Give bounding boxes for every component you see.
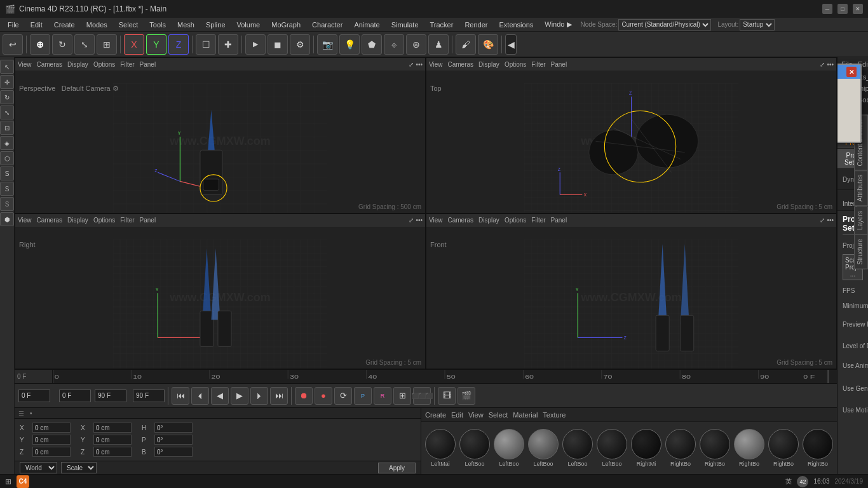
vp3-options[interactable]: Options xyxy=(93,217,115,224)
nodespace-select[interactable]: Current (Standard/Physical) xyxy=(618,19,711,30)
vp1-options[interactable]: Options xyxy=(93,61,115,68)
menu-file[interactable]: File xyxy=(3,20,24,30)
menu-tracker[interactable]: Tracker xyxy=(425,20,459,30)
vp1-dots[interactable]: ••• xyxy=(416,61,423,68)
vp2-display[interactable]: Display xyxy=(478,61,499,68)
vp4-display[interactable]: Display xyxy=(478,217,499,224)
scale-button[interactable]: ⤡ xyxy=(74,34,95,55)
render-viewport-button[interactable]: ▶ xyxy=(245,34,266,55)
mat-create[interactable]: Create xyxy=(425,411,446,419)
pos-y-input[interactable] xyxy=(32,435,71,445)
extra-btn[interactable]: ◀ xyxy=(505,34,517,55)
vp3-view[interactable]: View xyxy=(18,217,32,224)
transform-button[interactable]: ⊞ xyxy=(97,34,117,55)
camera-button[interactable]: 📷 xyxy=(317,34,337,55)
render-button[interactable]: ◼ xyxy=(268,34,288,55)
menu-simulate[interactable]: Simulate xyxy=(386,20,424,30)
material-item-0[interactable]: LeftMai xyxy=(425,429,456,467)
auto-key-button[interactable]: ⟳ xyxy=(334,387,352,405)
play-button[interactable]: ▶ xyxy=(231,387,248,405)
snap-button[interactable]: ✚ xyxy=(218,34,238,55)
size-y-input[interactable] xyxy=(93,435,132,445)
play-back-button[interactable]: ◀ xyxy=(211,387,229,405)
menu-modes[interactable]: Modes xyxy=(81,20,112,30)
menu-mesh[interactable]: Mesh xyxy=(172,20,200,30)
viewport-perspective[interactable]: View Cameras Display Options Filter Pane… xyxy=(15,57,426,214)
menu-edit[interactable]: Edit xyxy=(25,20,48,30)
material-item-1[interactable]: LeftBoo xyxy=(459,429,490,467)
vp2-options[interactable]: Options xyxy=(505,61,526,68)
character-button[interactable]: ♟ xyxy=(428,34,449,55)
coord-world-select[interactable]: World Object xyxy=(20,462,57,473)
keys-btn[interactable]: ⬛⬛⬛ xyxy=(413,387,431,405)
vp3-cameras[interactable]: Cameras xyxy=(37,217,63,224)
render-settings-button[interactable]: ⚙ xyxy=(290,34,310,55)
coord-menu-btn[interactable]: ☰ xyxy=(18,410,24,417)
menu-animate[interactable]: Animate xyxy=(349,20,384,30)
pos-z-input[interactable] xyxy=(32,447,71,457)
vp4-cameras[interactable]: Cameras xyxy=(448,217,474,224)
rot-h-input[interactable] xyxy=(154,423,193,433)
material-item-3[interactable]: LeftBoo xyxy=(528,429,559,467)
menu-window[interactable]: Windo ▶ xyxy=(539,19,576,30)
lt-tool8[interactable]: S xyxy=(0,166,14,180)
vp4-panel[interactable]: Panel xyxy=(551,217,567,224)
timeline-btn[interactable]: ⊞ xyxy=(393,387,411,405)
size-x-input[interactable] xyxy=(93,423,132,433)
material-item-9[interactable]: RightBo xyxy=(734,429,764,467)
vp2-dots[interactable]: ••• xyxy=(827,61,834,68)
light-button[interactable]: 💡 xyxy=(339,34,360,55)
taskbar-start[interactable]: ⊞ xyxy=(5,477,11,486)
apply-button[interactable]: Apply xyxy=(378,463,416,473)
vp1-filter[interactable]: Filter xyxy=(120,61,134,68)
next-frame-button[interactable]: ⏵ xyxy=(250,387,268,405)
material-item-8[interactable]: RightBo xyxy=(700,429,730,467)
undo-button[interactable]: ↩ xyxy=(3,34,23,55)
menu-select[interactable]: Select xyxy=(114,20,144,30)
lt-tool7[interactable]: ⬡ xyxy=(0,151,14,165)
y-axis-button[interactable]: Y xyxy=(146,34,166,55)
structure-tab[interactable]: Structure xyxy=(854,234,868,269)
lt-tool10[interactable]: S xyxy=(0,197,14,211)
mat-material[interactable]: Material xyxy=(513,411,538,419)
vp1-expand[interactable]: ⤢ xyxy=(409,61,414,68)
vp1-display[interactable]: Display xyxy=(67,61,88,68)
vp2-filter[interactable]: Filter xyxy=(531,61,545,68)
material-item-7[interactable]: RightBo xyxy=(665,429,696,467)
vp2-view[interactable]: View xyxy=(429,61,443,68)
vp4-view[interactable]: View xyxy=(429,217,443,224)
lt-tool6[interactable]: ◈ xyxy=(0,136,14,150)
menu-tools[interactable]: Tools xyxy=(144,20,171,30)
vp1-panel[interactable]: Panel xyxy=(140,61,156,68)
info-close-button[interactable]: ✕ xyxy=(846,67,857,77)
menu-volume[interactable]: Volume xyxy=(232,20,266,30)
deformer-button[interactable]: ⟐ xyxy=(384,34,404,55)
size-z-input[interactable] xyxy=(93,447,132,457)
vp3-dots[interactable]: ••• xyxy=(416,217,423,224)
fps-input[interactable] xyxy=(133,390,165,402)
mat-select[interactable]: Select xyxy=(489,411,508,419)
lt-tool5[interactable]: ⊡ xyxy=(0,121,14,135)
vp2-expand[interactable]: ⤢ xyxy=(820,61,825,68)
motion-clip-btn[interactable]: 🎞 xyxy=(438,387,456,405)
viewport-right[interactable]: View Cameras Display Options Filter Pane… xyxy=(15,214,426,370)
vp2-cameras[interactable]: Cameras xyxy=(448,61,474,68)
mat-edit[interactable]: Edit xyxy=(451,411,463,419)
vp4-options[interactable]: Options xyxy=(505,217,526,224)
viewport-top[interactable]: View Cameras Display Options Filter Pane… xyxy=(426,57,837,214)
brush-button[interactable]: 🖌 xyxy=(456,34,476,55)
viewport-front[interactable]: View Cameras Display Options Filter Pane… xyxy=(426,214,837,370)
taskbar-c4d-icon[interactable]: C4 xyxy=(17,475,29,488)
menu-spline[interactable]: Spline xyxy=(201,20,231,30)
record-button[interactable]: ⏺ xyxy=(295,387,313,405)
layout-select[interactable]: Startup xyxy=(740,19,775,30)
pos-x-input[interactable] xyxy=(32,423,71,433)
material-item-5[interactable]: LeftBoo xyxy=(597,429,627,467)
coord-scale-select[interactable]: Scale Size xyxy=(61,462,97,473)
vp1-cameras[interactable]: Cameras xyxy=(37,61,63,68)
goto-end-button[interactable]: ⏭ xyxy=(270,387,288,405)
move-button[interactable]: ⊕ xyxy=(30,34,50,55)
vp3-filter[interactable]: Filter xyxy=(120,217,134,224)
lt-select-btn[interactable]: ↖ xyxy=(0,60,14,74)
lt-tool9[interactable]: S xyxy=(0,182,14,196)
